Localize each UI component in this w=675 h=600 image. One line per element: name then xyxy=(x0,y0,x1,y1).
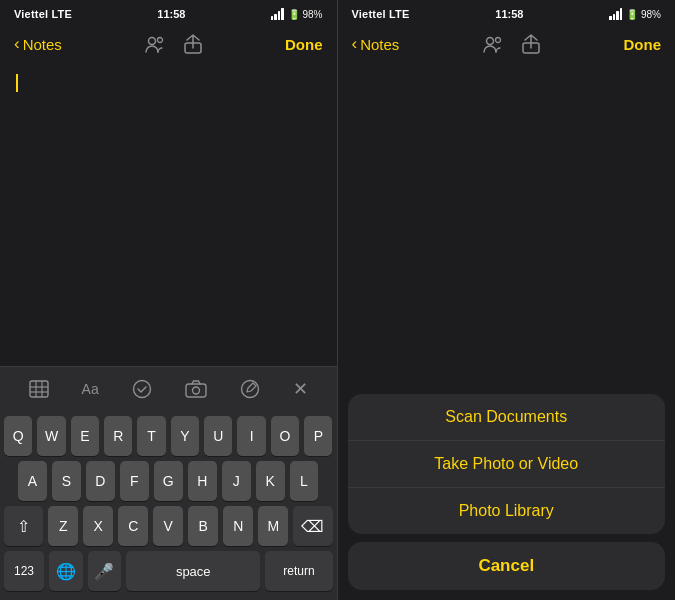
share-icon-left[interactable] xyxy=(184,34,202,54)
back-label-left: Notes xyxy=(23,36,62,53)
svg-point-0 xyxy=(149,38,156,45)
close-keyboard-icon[interactable]: ✕ xyxy=(293,378,308,400)
action-sheet: Scan Documents Take Photo or Video Photo… xyxy=(348,394,666,534)
battery-icon-right: 🔋 98% xyxy=(626,9,661,20)
share-people-icon-right[interactable] xyxy=(482,35,504,53)
key-c[interactable]: C xyxy=(118,506,148,546)
photo-library-button[interactable]: Photo Library xyxy=(348,488,666,534)
key-l[interactable]: L xyxy=(290,461,319,501)
key-j[interactable]: J xyxy=(222,461,251,501)
nav-bar-left: ‹ Notes Done xyxy=(0,26,337,66)
nav-icons-right xyxy=(482,34,540,54)
scan-documents-button[interactable]: Scan Documents xyxy=(348,394,666,441)
time-left: 11:58 xyxy=(157,8,185,20)
key-space[interactable]: space xyxy=(126,551,260,591)
done-button-left[interactable]: Done xyxy=(285,36,323,53)
key-w[interactable]: W xyxy=(37,416,65,456)
key-u[interactable]: U xyxy=(204,416,232,456)
back-arrow-left: ‹ xyxy=(14,34,20,54)
key-s[interactable]: S xyxy=(52,461,81,501)
key-a[interactable]: A xyxy=(18,461,47,501)
key-v[interactable]: V xyxy=(153,506,183,546)
key-b[interactable]: B xyxy=(188,506,218,546)
key-r[interactable]: R xyxy=(104,416,132,456)
key-y[interactable]: Y xyxy=(171,416,199,456)
take-photo-button[interactable]: Take Photo or Video xyxy=(348,441,666,488)
svg-rect-9 xyxy=(186,384,206,397)
battery-area-right: 🔋 98% xyxy=(609,8,661,20)
keyboard-row-3: ⇧ Z X C V B N M ⌫ xyxy=(4,506,333,546)
signal-icon-left xyxy=(271,8,284,20)
key-i[interactable]: I xyxy=(237,416,265,456)
key-n[interactable]: N xyxy=(223,506,253,546)
key-q[interactable]: Q xyxy=(4,416,32,456)
action-sheet-container: Scan Documents Take Photo or Video Photo… xyxy=(338,336,676,600)
key-f[interactable]: F xyxy=(120,461,149,501)
keyboard-row-4: 123 🌐 🎤 space return xyxy=(4,551,333,591)
battery-icon-left: 🔋 98% xyxy=(288,9,323,20)
camera-icon[interactable] xyxy=(185,380,207,398)
svg-point-13 xyxy=(496,38,501,43)
key-k[interactable]: K xyxy=(256,461,285,501)
back-button-right[interactable]: ‹ Notes xyxy=(352,34,400,54)
status-bar-left: Viettel LTE 11:58 🔋 98% xyxy=(0,0,337,26)
share-people-icon[interactable] xyxy=(144,35,166,53)
key-t[interactable]: T xyxy=(137,416,165,456)
key-p[interactable]: P xyxy=(304,416,332,456)
carrier-left: Viettel LTE xyxy=(14,8,72,20)
keyboard-row-1: Q W E R T Y U I O P xyxy=(4,416,333,456)
key-e[interactable]: E xyxy=(71,416,99,456)
svg-point-10 xyxy=(192,387,199,394)
back-button-left[interactable]: ‹ Notes xyxy=(14,34,62,54)
key-numbers[interactable]: 123 xyxy=(4,551,44,591)
note-content-left[interactable] xyxy=(0,66,337,366)
signal-icon-right xyxy=(609,8,622,20)
carrier-right: Viettel LTE xyxy=(352,8,410,20)
key-g[interactable]: G xyxy=(154,461,183,501)
key-d[interactable]: D xyxy=(86,461,115,501)
key-shift[interactable]: ⇧ xyxy=(4,506,43,546)
battery-area-left: 🔋 98% xyxy=(271,8,323,20)
key-z[interactable]: Z xyxy=(48,506,78,546)
left-phone: Viettel LTE 11:58 🔋 98% ‹ Notes xyxy=(0,0,337,600)
cancel-button[interactable]: Cancel xyxy=(348,542,666,590)
keyboard: Q W E R T Y U I O P A S D F G H J K L ⇧ … xyxy=(0,410,337,600)
svg-point-12 xyxy=(487,38,494,45)
keyboard-toolbar: Aa ✕ xyxy=(0,366,337,410)
key-globe[interactable]: 🌐 xyxy=(49,551,83,591)
back-arrow-right: ‹ xyxy=(352,34,358,54)
done-button-right[interactable]: Done xyxy=(623,36,661,53)
text-cursor xyxy=(16,74,18,92)
key-m[interactable]: M xyxy=(258,506,288,546)
svg-point-11 xyxy=(241,380,258,397)
key-delete[interactable]: ⌫ xyxy=(293,506,332,546)
svg-point-8 xyxy=(133,380,150,397)
nav-bar-right: ‹ Notes Done xyxy=(338,26,676,66)
key-o[interactable]: O xyxy=(271,416,299,456)
key-x[interactable]: X xyxy=(83,506,113,546)
time-right: 11:58 xyxy=(495,8,523,20)
key-return[interactable]: return xyxy=(265,551,332,591)
right-phone: Viettel LTE 11:58 🔋 98% ‹ Notes xyxy=(338,0,676,600)
nav-icons-left xyxy=(144,34,202,54)
checklist-icon[interactable] xyxy=(132,379,152,399)
table-icon[interactable] xyxy=(29,380,49,398)
key-microphone[interactable]: 🎤 xyxy=(88,551,122,591)
share-icon-right[interactable] xyxy=(522,34,540,54)
note-content-right[interactable] xyxy=(338,66,676,336)
svg-point-1 xyxy=(158,38,163,43)
keyboard-row-2: A S D F G H J K L xyxy=(4,461,333,501)
svg-rect-3 xyxy=(30,381,48,397)
status-bar-right: Viettel LTE 11:58 🔋 98% xyxy=(338,0,676,26)
format-text-icon[interactable]: Aa xyxy=(82,381,99,397)
back-label-right: Notes xyxy=(360,36,399,53)
key-h[interactable]: H xyxy=(188,461,217,501)
markup-icon[interactable] xyxy=(240,379,260,399)
